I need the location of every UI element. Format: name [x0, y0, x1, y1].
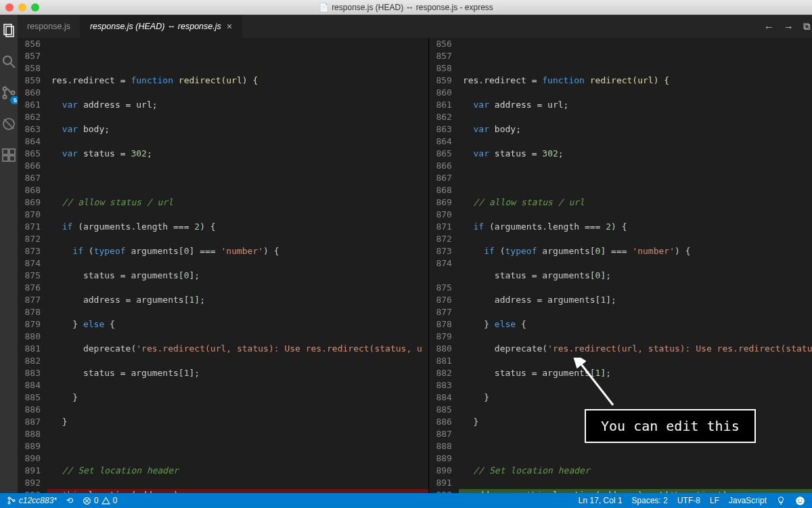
- svg-rect-9: [3, 149, 8, 154]
- titlebar-file-icon: 📄: [319, 3, 329, 12]
- code-left: res.redirect = function redirect(url) { …: [47, 38, 428, 493]
- close-tab-icon[interactable]: ×: [227, 21, 232, 32]
- status-branch[interactable]: c12cc883*: [7, 496, 57, 505]
- line-gutter-right: 8568578588598608618628638648658668678688…: [429, 38, 459, 493]
- source-control-icon[interactable]: 5: [0, 84, 18, 102]
- svg-point-21: [798, 499, 800, 501]
- svg-point-6: [12, 91, 15, 95]
- status-spaces[interactable]: Spaces: 2: [632, 496, 668, 505]
- nav-back-icon[interactable]: ←: [764, 21, 774, 33]
- editor-actions: ← → ⧉ ⋯: [754, 15, 812, 38]
- status-encoding[interactable]: UTF-8: [677, 496, 700, 505]
- svg-point-14: [8, 497, 10, 499]
- svg-rect-11: [3, 156, 8, 161]
- close-window-button[interactable]: [5, 3, 14, 12]
- status-problems[interactable]: 0 0: [83, 496, 117, 505]
- annotation-arrow: [572, 358, 627, 412]
- svg-line-8: [4, 119, 14, 129]
- svg-rect-10: [9, 149, 15, 154]
- minimize-window-button[interactable]: [18, 3, 26, 12]
- status-eol[interactable]: LF: [710, 496, 719, 505]
- window-titlebar: 📄 response.js (HEAD) ↔ response.js - exp…: [0, 0, 812, 15]
- svg-point-22: [801, 499, 803, 501]
- activity-bar: 5: [0, 15, 18, 493]
- line-gutter-left: 8568578588598608618628638648658668678688…: [18, 38, 47, 493]
- debug-icon[interactable]: [0, 115, 18, 133]
- window-controls: [5, 3, 39, 12]
- svg-point-20: [796, 496, 805, 505]
- status-lncol[interactable]: Ln 17, Col 1: [579, 496, 623, 505]
- explorer-icon[interactable]: [0, 22, 18, 39]
- diff-editor: 8568578588598608618628638648658668678688…: [18, 38, 812, 493]
- tab-response-js[interactable]: response.js: [18, 15, 81, 38]
- svg-point-16: [13, 500, 15, 502]
- svg-point-15: [8, 502, 10, 504]
- annotation-callout: You can edit this: [585, 409, 756, 443]
- maximize-window-button[interactable]: [31, 3, 39, 12]
- diff-original-pane[interactable]: 8568578588598608618628638648658668678688…: [18, 38, 429, 493]
- editor-tabs: response.js response.js (HEAD) ↔ respons…: [18, 15, 812, 38]
- svg-point-4: [3, 87, 7, 91]
- status-bar: c12cc883* ⟲ 0 0 Ln 17, Col 1 Spaces: 2 U…: [0, 493, 812, 508]
- svg-line-3: [11, 64, 15, 68]
- status-language[interactable]: JavaScript: [729, 496, 767, 505]
- search-icon[interactable]: [0, 53, 18, 70]
- annotation-text: You can edit this: [601, 418, 740, 434]
- status-feedback-icon[interactable]: [795, 496, 805, 506]
- tab-label: response.js (HEAD) ↔ response.js: [90, 22, 221, 31]
- svg-line-13: [579, 362, 613, 405]
- window-title: response.js (HEAD) ↔ response.js - expre…: [332, 3, 493, 12]
- svg-point-5: [3, 96, 7, 99]
- split-editor-icon[interactable]: ⧉: [803, 20, 811, 33]
- svg-rect-12: [9, 156, 15, 161]
- status-sync-icon[interactable]: ⟲: [66, 496, 73, 505]
- extensions-icon[interactable]: [0, 146, 18, 164]
- status-lightbulb-icon[interactable]: [776, 496, 786, 505]
- tab-diff-response-js[interactable]: response.js (HEAD) ↔ response.js ×: [81, 15, 242, 38]
- svg-point-2: [3, 56, 12, 64]
- nav-forward-icon[interactable]: →: [784, 21, 794, 33]
- tab-label: response.js: [27, 22, 70, 31]
